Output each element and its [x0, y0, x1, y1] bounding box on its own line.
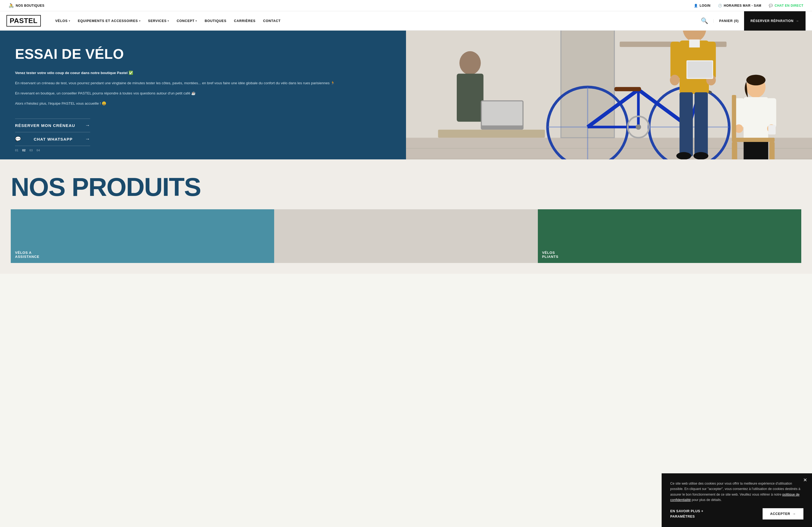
search-button[interactable]: 🔍 — [695, 17, 713, 25]
hero-cta: RÉSERVER MON CRÉNEAU → 💬 CHAT WHATSAPP → — [15, 119, 391, 146]
svg-rect-53 — [767, 98, 776, 127]
boutiques-label: NOS BOUTIQUES — [16, 4, 44, 7]
hero-content: ESSAI DE VÉLO Venez tester votre vélo co… — [0, 31, 406, 160]
svg-point-62 — [460, 51, 481, 75]
nos-produits-title: NOS PRODUITS — [11, 176, 801, 199]
product-card-pliants[interactable]: VÉLOSPLIANTS — [538, 209, 801, 263]
svg-point-46 — [693, 152, 708, 160]
svg-rect-30 — [614, 87, 641, 91]
hero-paragraph-4: Alors n'hésitez plus, l'équipe PASTEL vo… — [15, 101, 391, 107]
nav-link-services[interactable]: SERVICES ▾ — [144, 19, 173, 23]
svg-rect-44 — [694, 92, 708, 156]
whatsapp-icon: 💬 — [15, 136, 21, 142]
product-card-vae[interactable]: VÉLOS AASSISTANCE — [11, 209, 274, 263]
hero-section: ESSAI DE VÉLO Venez tester votre vélo co… — [0, 31, 812, 160]
arrow-right-icon: → — [85, 123, 90, 128]
slide-dot-4[interactable]: 04 — [37, 149, 40, 152]
product-card-middle[interactable] — [274, 209, 538, 263]
horaires-item[interactable]: 🕐 HORAIRES MAR - SAM — [718, 4, 761, 7]
nav-item-velos[interactable]: VÉLOS ▾ — [52, 19, 74, 23]
login-label: LOGIN — [699, 4, 710, 7]
whatsapp-icon: 💬 — [769, 4, 773, 7]
login-item[interactable]: 👤 LOGIN — [694, 4, 710, 7]
svg-rect-39 — [670, 42, 680, 79]
chevron-down-icon: ▾ — [139, 19, 141, 22]
nav-item-contact[interactable]: CONTACT — [259, 19, 284, 23]
hero-paragraph-3: En revenant en boutique, un conseiller P… — [15, 90, 391, 96]
reserver-reparation-button[interactable]: RÉSERVER RÉPARATION → — [744, 11, 806, 31]
chat-direct-label: CHAT EN DIRECT — [775, 4, 803, 7]
top-bar-boutiques[interactable]: 🚴 NOS BOUTIQUES — [9, 3, 44, 8]
user-icon: 👤 — [694, 4, 698, 7]
hero-paragraph-1: Venez tester votre vélo coup de coeur da… — [15, 70, 391, 76]
logo[interactable]: PASTEL — [6, 15, 41, 27]
chat-whatsapp-button[interactable]: 💬 CHAT WHATSAPP → — [15, 132, 90, 146]
svg-rect-66 — [438, 130, 545, 138]
hero-paragraph-2: En réservant un créneau de test, vous po… — [15, 80, 391, 86]
slide-dot-3[interactable]: 03 — [29, 149, 33, 152]
svg-rect-56 — [768, 125, 776, 134]
nav-item-concept[interactable]: CONCEPT ▾ — [173, 19, 201, 23]
chevron-down-icon: ▾ — [168, 19, 169, 22]
svg-point-41 — [670, 75, 680, 85]
panier-button[interactable]: PANIER (0) — [713, 19, 744, 23]
clock-icon: 🕐 — [718, 4, 722, 7]
svg-rect-48 — [687, 61, 712, 78]
products-grid: VÉLOS AASSISTANCE VÉLOSPLIANTS — [11, 209, 801, 263]
svg-rect-58 — [732, 138, 775, 142]
svg-rect-59 — [732, 142, 737, 160]
chevron-down-icon: ▾ — [69, 19, 70, 22]
slide-dot-1[interactable]: 01 — [15, 149, 18, 152]
bike-icon: 🚴 — [9, 3, 14, 8]
main-nav: PASTEL VÉLOS ▾ EQUIPEMENTS ET ACCESSOIRE… — [0, 11, 812, 31]
top-bar: 🚴 NOS BOUTIQUES 👤 LOGIN 🕐 HORAIRES MAR -… — [0, 0, 812, 11]
svg-rect-51 — [743, 97, 768, 140]
nav-link-boutiques[interactable]: BOUTIQUES — [201, 19, 230, 23]
nav-item-carrieres[interactable]: CARRIÈRES — [230, 19, 259, 23]
nav-item-equipements[interactable]: EQUIPEMENTS ET ACCESSOIRES ▾ — [74, 19, 144, 23]
svg-rect-63 — [457, 74, 483, 122]
svg-point-50 — [746, 75, 766, 85]
nos-produits-section: NOS PRODUITS VÉLOS AASSISTANCE VÉLOSPLIA… — [0, 160, 812, 274]
svg-rect-61 — [732, 95, 736, 140]
svg-rect-65 — [482, 102, 523, 125]
hero-text: ESSAI DE VÉLO Venez tester votre vélo co… — [15, 47, 391, 111]
nav-link-contact[interactable]: CONTACT — [259, 19, 284, 23]
product-label-pliants: VÉLOSPLIANTS — [542, 251, 559, 259]
hero-title: ESSAI DE VÉLO — [15, 47, 391, 61]
reserver-creneau-button[interactable]: RÉSERVER MON CRÉNEAU → — [15, 119, 90, 132]
nav-link-equipements[interactable]: EQUIPEMENTS ET ACCESSOIRES ▾ — [74, 19, 144, 23]
slide-dot-2[interactable]: 02 — [22, 149, 26, 152]
svg-rect-60 — [769, 142, 775, 160]
nav-item-boutiques[interactable]: BOUTIQUES — [201, 19, 230, 23]
nav-item-services[interactable]: SERVICES ▾ — [144, 19, 173, 23]
arrow-right-icon: → — [85, 136, 90, 142]
nav-link-velos[interactable]: VÉLOS ▾ — [52, 19, 74, 23]
svg-rect-38 — [689, 40, 700, 47]
hero-image — [406, 31, 812, 160]
nav-link-concept[interactable]: CONCEPT ▾ — [173, 19, 201, 23]
hero-scene-svg — [406, 31, 812, 160]
slider-dots: 01 02 03 04 — [15, 149, 40, 152]
svg-point-34 — [636, 124, 641, 130]
top-bar-right: 👤 LOGIN 🕐 HORAIRES MAR - SAM 💬 CHAT EN D… — [694, 4, 803, 7]
svg-rect-43 — [680, 92, 693, 156]
chat-direct-item[interactable]: 💬 CHAT EN DIRECT — [769, 4, 803, 7]
horaires-label: HORAIRES MAR - SAM — [724, 4, 761, 7]
product-label-vae: VÉLOS AASSISTANCE — [15, 251, 40, 259]
svg-point-45 — [677, 152, 692, 160]
chevron-down-icon: ▾ — [195, 19, 197, 22]
nav-links: VÉLOS ▾ EQUIPEMENTS ET ACCESSOIRES ▾ SER… — [52, 19, 696, 23]
nav-right: 🔍 PANIER (0) RÉSERVER RÉPARATION → — [695, 11, 806, 31]
arrow-right-icon: → — [796, 19, 799, 23]
nav-link-carrieres[interactable]: CARRIÈRES — [230, 19, 259, 23]
